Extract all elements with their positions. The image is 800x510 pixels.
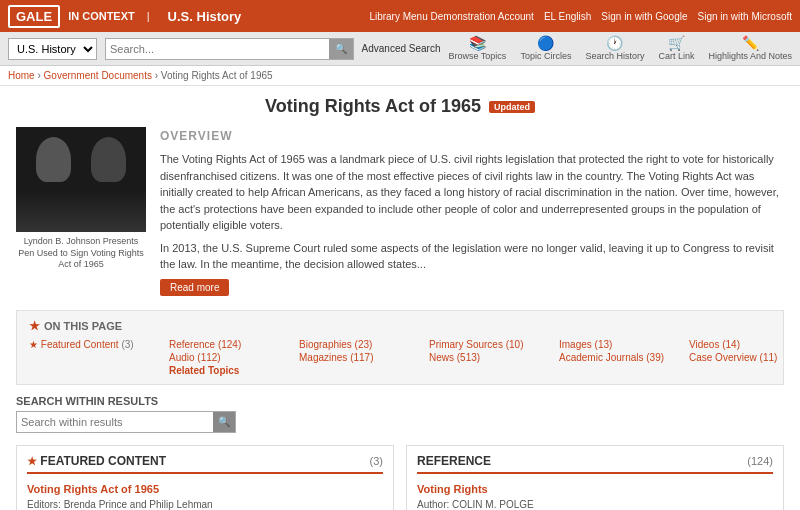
advanced-search-link[interactable]: Advanced Search [362, 43, 441, 54]
featured-panel-header: ★ FEATURED CONTENT (3) [27, 454, 383, 474]
videos-link[interactable]: Videos (14) [689, 339, 800, 350]
magazines-link[interactable]: Magazines (117) [299, 352, 429, 363]
reference-panel-title: REFERENCE [417, 454, 491, 468]
topic-circles-label: Topic Circles [520, 51, 571, 61]
featured-content-link[interactable]: ★ Featured Content [29, 339, 119, 350]
cart-label: Cart Link [658, 51, 694, 61]
featured-item-1: Voting Rights Act of 1965 Editors: Brend… [27, 482, 383, 511]
search-history-icon: 🕐 [606, 36, 623, 50]
search-button[interactable]: 🔍 [329, 39, 353, 59]
search-history-label: Search History [585, 51, 644, 61]
breadcrumb-gov-docs[interactable]: Government Documents [44, 70, 152, 81]
ref-item-1-title[interactable]: Voting Rights [417, 482, 773, 497]
search-within-button[interactable]: 🔍 [213, 412, 235, 432]
cart-link-tool[interactable]: 🛒 Cart Link [658, 36, 694, 61]
news-link[interactable]: News (513) [429, 352, 559, 363]
breadcrumb: Home › Government Documents › Voting Rig… [0, 66, 800, 86]
featured-content-panel: ★ FEATURED CONTENT (3) Voting Rights Act… [16, 445, 394, 511]
biographies-link[interactable]: Biographies (23) [299, 339, 429, 350]
read-more-button[interactable]: Read more [160, 279, 229, 296]
breadcrumb-current: Voting Rights Act of 1965 [161, 70, 273, 81]
photo-inner [16, 127, 146, 232]
reference-item-1: Voting Rights Author: COLIN M. POLGE Fro… [417, 482, 773, 511]
search-within-section: SEARCH WITHIN RESULTS 🔍 [16, 395, 784, 433]
article-title-row: Voting Rights Act of 1965 Updated [16, 96, 784, 117]
star-icon: ★ [29, 319, 40, 333]
reference-panel-header: REFERENCE (124) [417, 454, 773, 474]
article-title: Voting Rights Act of 1965 [265, 96, 481, 117]
ref-item-1-author: Author: COLIN M. POLGE [417, 499, 773, 510]
browse-topics-label: Browse Topics [449, 51, 507, 61]
cart-icon: 🛒 [668, 36, 685, 50]
on-this-page-label: ON THIS PAGE [44, 320, 122, 332]
updated-badge: Updated [489, 101, 535, 113]
main-content: Voting Rights Act of 1965 Updated Lyndon… [0, 86, 800, 510]
top-nav-right: Library Menu Demonstration Account EL En… [369, 11, 792, 22]
on-this-page-section: ★ ON THIS PAGE ★ Featured Content (3) Re… [16, 310, 784, 385]
gale-logo: GALE [8, 5, 60, 28]
on-this-page-title: ★ ON THIS PAGE [29, 319, 771, 333]
case-overview-link[interactable]: Case Overview (11) [689, 352, 800, 363]
primary-sources-link[interactable]: Primary Sources (10) [429, 339, 559, 350]
overview-section: Lyndon B. Johnson Presents Pen Used to S… [16, 127, 784, 296]
highlights-notes-icon: ✏️ [742, 36, 759, 50]
search-within-input[interactable] [17, 412, 213, 432]
in-context-label: IN CONTEXT [68, 10, 135, 22]
subject-select[interactable]: U.S. History [8, 38, 97, 60]
search-within-box: 🔍 [16, 411, 236, 433]
topic-circles-icon: 🔵 [537, 36, 554, 50]
featured-item-1-author: Editors: Brenda Prince and Philip Lehman [27, 499, 383, 510]
overview-text-col: OVERVIEW The Voting Rights Act of 1965 w… [160, 127, 784, 296]
search-history-tool[interactable]: 🕐 Search History [585, 36, 644, 61]
photo-caption: Lyndon B. Johnson Presents Pen Used to S… [16, 236, 146, 271]
sign-in-google[interactable]: Sign in with Google [601, 11, 687, 22]
article-photo [16, 127, 146, 232]
highlights-notes-label: Highlights And Notes [708, 51, 792, 61]
images-link[interactable]: Images (13) [559, 339, 689, 350]
related-topics-link[interactable]: Related Topics [169, 365, 299, 376]
logo-area: GALE IN CONTEXT | U.S. History [8, 5, 241, 28]
featured-count: (3) [121, 339, 133, 350]
el-english-link[interactable]: EL English [544, 11, 591, 22]
breadcrumb-home[interactable]: Home [8, 70, 35, 81]
top-navigation: GALE IN CONTEXT | U.S. History Library M… [0, 0, 800, 32]
academic-journals-link[interactable]: Academic Journals (39) [559, 352, 689, 363]
reference-panel-count: (124) [747, 455, 773, 467]
highlights-notes-tool[interactable]: ✏️ Highlights And Notes [708, 36, 792, 61]
search-toolbar: U.S. History 🔍 Advanced Search 📚 Browse … [0, 32, 800, 66]
featured-star-icon: ★ [27, 455, 37, 467]
browse-topics-icon: 📚 [469, 36, 486, 50]
results-grid: ★ FEATURED CONTENT (3) Voting Rights Act… [16, 445, 784, 511]
featured-item-1-title[interactable]: Voting Rights Act of 1965 [27, 482, 383, 497]
overview-label: OVERVIEW [160, 127, 784, 145]
library-account: Library Menu Demonstration Account [369, 11, 534, 22]
overview-text-1: The Voting Rights Act of 1965 was a land… [160, 151, 784, 234]
audio-link[interactable]: Audio (112) [169, 352, 299, 363]
featured-panel-count: (3) [370, 455, 383, 467]
topic-circles-tool[interactable]: 🔵 Topic Circles [520, 36, 571, 61]
toolbar-tools: 📚 Browse Topics 🔵 Topic Circles 🕐 Search… [449, 36, 792, 61]
sign-in-microsoft[interactable]: Sign in with Microsoft [698, 11, 792, 22]
search-box: 🔍 [105, 38, 354, 60]
overview-image-col: Lyndon B. Johnson Presents Pen Used to S… [16, 127, 146, 296]
product-name: U.S. History [168, 9, 242, 24]
browse-topics-tool[interactable]: 📚 Browse Topics [449, 36, 507, 61]
reference-panel: REFERENCE (124) Voting Rights Author: CO… [406, 445, 784, 511]
reference-link[interactable]: Reference (124) [169, 339, 299, 350]
featured-panel-title: ★ FEATURED CONTENT [27, 454, 166, 468]
search-within-title: SEARCH WITHIN RESULTS [16, 395, 784, 407]
search-input[interactable] [106, 39, 329, 59]
overview-text-2: In 2013, the U.S. Supreme Court ruled so… [160, 240, 784, 273]
